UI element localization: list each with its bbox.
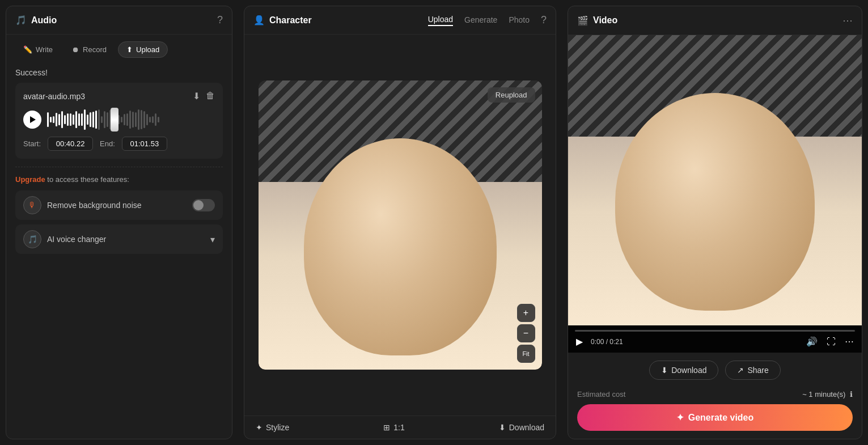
video-fullscreen-button[interactable]: ⛶ bbox=[825, 336, 837, 348]
tab-upload[interactable]: ⬆ Upload bbox=[118, 41, 168, 58]
video-more-icon[interactable]: ⋯ bbox=[842, 14, 853, 27]
ai-voice-chevron[interactable]: ▾ bbox=[210, 234, 215, 245]
divider bbox=[15, 167, 223, 167]
audio-help-icon[interactable]: ? bbox=[217, 14, 223, 26]
character-header: 👤 Character Upload Generate Photo ? bbox=[244, 6, 556, 35]
character-nav-tabs: Upload Generate Photo ? bbox=[428, 14, 547, 26]
char-tab-photo[interactable]: Photo bbox=[509, 15, 530, 26]
reupload-button[interactable]: Reupload bbox=[488, 87, 535, 103]
fit-button[interactable]: Fit bbox=[517, 345, 535, 363]
upgrade-section: Upgrade to access these features: 🎙 Remo… bbox=[6, 175, 232, 258]
video-face-sim bbox=[568, 35, 862, 325]
estimated-cost-value: ~ 1 minute(s) ℹ bbox=[802, 390, 853, 399]
character-image-wrapper: Reupload + − Fit bbox=[259, 80, 542, 370]
stylize-icon: ✦ bbox=[256, 423, 262, 432]
video-frame bbox=[568, 35, 862, 325]
video-controls-bar: ▶ 0:00 / 0:21 🔊 ⛶ ⋯ bbox=[568, 325, 862, 353]
video-progress-bar[interactable] bbox=[575, 330, 855, 332]
video-play-button[interactable]: ▶ bbox=[575, 335, 584, 348]
write-tab-icon: ✏️ bbox=[23, 45, 32, 54]
tab-write[interactable]: ✏️ Write bbox=[15, 42, 61, 57]
feature-remove-noise: 🎙 Remove background noise bbox=[15, 190, 223, 220]
video-panel-title: Video bbox=[593, 15, 838, 26]
info-icon[interactable]: ℹ bbox=[850, 390, 853, 399]
time-range: Start: End: bbox=[23, 137, 215, 151]
zoom-in-button[interactable]: + bbox=[517, 304, 535, 322]
character-help-icon[interactable]: ? bbox=[541, 14, 547, 26]
char-tab-generate[interactable]: Generate bbox=[464, 15, 497, 26]
play-button[interactable] bbox=[23, 111, 41, 129]
zoom-controls: + − Fit bbox=[517, 304, 535, 363]
audio-panel-title: Audio bbox=[31, 15, 213, 26]
audio-tabs: ✏️ Write ⏺ Record ⬆ Upload bbox=[6, 35, 232, 65]
video-player-area bbox=[568, 35, 862, 325]
remove-noise-label: Remove background noise bbox=[47, 201, 142, 210]
ratio-icon: ⊞ bbox=[383, 423, 390, 432]
character-image-area: Reupload + − Fit bbox=[244, 35, 556, 416]
generate-video-label: Generate video bbox=[688, 413, 754, 423]
video-share-icon: ↗ bbox=[737, 366, 744, 375]
video-panel: 🎬 Video ⋯ ▶ 0:00 / 0:21 🔊 ⛶ ⋯ bbox=[568, 6, 862, 439]
video-download-icon: ⬇ bbox=[661, 366, 668, 375]
cost-row: Estimated cost ~ 1 minute(s) ℹ bbox=[568, 388, 862, 404]
ratio-label: 1:1 bbox=[393, 423, 404, 432]
waveform-thumb[interactable] bbox=[111, 108, 118, 132]
remove-noise-toggle[interactable] bbox=[192, 199, 215, 211]
waveform-container bbox=[23, 108, 215, 131]
video-download-label: Download bbox=[671, 366, 706, 375]
end-time-input[interactable] bbox=[122, 137, 167, 151]
video-time-display: 0:00 / 0:21 bbox=[591, 338, 798, 346]
video-face-circle bbox=[615, 93, 815, 311]
video-share-label: Share bbox=[747, 366, 768, 375]
tab-record[interactable]: ⏺ Record bbox=[64, 42, 115, 57]
video-action-row: ⬇ Download ↗ Share bbox=[568, 353, 862, 388]
ratio-button[interactable]: ⊞ 1:1 bbox=[383, 423, 404, 432]
character-download-label: Download bbox=[509, 423, 544, 432]
character-icon: 👤 bbox=[253, 15, 265, 26]
audio-file-actions: ⬇ 🗑 bbox=[193, 91, 215, 101]
upgrade-text: Upgrade to access these features: bbox=[15, 175, 223, 184]
video-icon: 🎬 bbox=[577, 15, 588, 26]
video-controls-row: ▶ 0:00 / 0:21 🔊 ⛶ ⋯ bbox=[575, 335, 855, 348]
character-title-group: 👤 Character bbox=[253, 15, 312, 26]
generate-video-button[interactable]: ✦ Generate video bbox=[577, 404, 853, 431]
upgrade-suffix: to access these features: bbox=[47, 175, 129, 184]
stylize-label: Stylize bbox=[266, 423, 289, 432]
ai-voice-label: AI voice changer bbox=[47, 235, 106, 244]
record-tab-icon: ⏺ bbox=[72, 45, 79, 54]
upgrade-link[interactable]: Upgrade bbox=[15, 175, 45, 184]
character-face-sim bbox=[259, 80, 542, 370]
start-label: Start: bbox=[23, 139, 41, 148]
audio-panel-header: 🎵 Audio ? bbox=[6, 6, 232, 35]
audio-file-card: avatar-audio.mp3 ⬇ 🗑 Start: End: bbox=[15, 83, 223, 159]
upload-tab-icon: ⬆ bbox=[126, 45, 133, 54]
remove-noise-icon: 🎙 bbox=[23, 196, 41, 214]
feature-ai-voice: 🎵 AI voice changer ▾ bbox=[15, 224, 223, 254]
audio-panel: 🎵 Audio ? ✏️ Write ⏺ Record ⬆ Upload Suc… bbox=[6, 6, 232, 439]
play-icon bbox=[30, 116, 36, 123]
start-time-input[interactable] bbox=[48, 137, 93, 151]
success-message: Success! bbox=[6, 65, 232, 83]
audio-file-header: avatar-audio.mp3 ⬇ 🗑 bbox=[23, 91, 215, 101]
character-panel-title: Character bbox=[269, 15, 312, 26]
waveform[interactable] bbox=[47, 108, 215, 131]
video-content: ▶ 0:00 / 0:21 🔊 ⛶ ⋯ ⬇ Download ↗ Share E… bbox=[568, 35, 862, 439]
video-download-button[interactable]: ⬇ Download bbox=[649, 361, 718, 380]
audio-download-icon[interactable]: ⬇ bbox=[193, 91, 200, 101]
video-share-button[interactable]: ↗ Share bbox=[725, 361, 780, 380]
char-tab-upload[interactable]: Upload bbox=[428, 15, 453, 26]
end-label: End: bbox=[100, 139, 115, 148]
character-panel: 👤 Character Upload Generate Photo ? Reup… bbox=[244, 6, 556, 439]
stylize-button[interactable]: ✦ Stylize bbox=[256, 423, 289, 432]
generate-star-icon: ✦ bbox=[676, 412, 684, 423]
character-download-button[interactable]: ⬇ Download bbox=[499, 423, 544, 432]
audio-icon: 🎵 bbox=[15, 15, 27, 26]
character-image bbox=[259, 80, 542, 370]
zoom-out-button[interactable]: − bbox=[517, 324, 535, 342]
video-volume-button[interactable]: 🔊 bbox=[805, 335, 819, 348]
audio-delete-icon[interactable]: 🗑 bbox=[206, 91, 215, 101]
estimated-cost-label: Estimated cost bbox=[577, 390, 625, 399]
video-options-button[interactable]: ⋯ bbox=[844, 335, 855, 348]
face-circle bbox=[304, 138, 497, 355]
video-header: 🎬 Video ⋯ bbox=[568, 6, 862, 35]
